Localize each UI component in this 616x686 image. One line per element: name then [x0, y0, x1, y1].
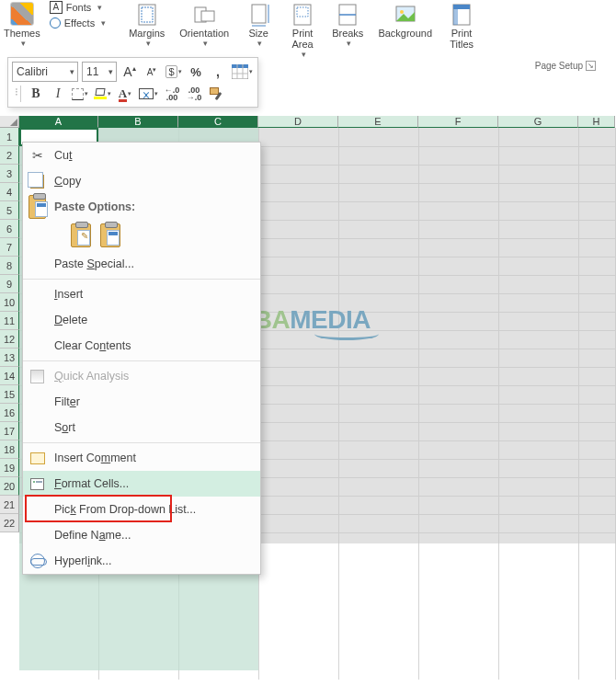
col-header-d[interactable]: D [258, 116, 338, 128]
size-label: Size [248, 28, 268, 39]
menu-quick-analysis: Quick Analysis [23, 363, 260, 389]
svg-rect-4 [252, 5, 266, 23]
breaks-button[interactable]: Breaks [325, 0, 371, 50]
row-header-12[interactable]: 12 [0, 330, 19, 349]
left-edge-marker: ⁝ [12, 86, 21, 102]
size-button[interactable]: Size [236, 0, 280, 50]
comment-icon [29, 450, 46, 467]
row-header-17[interactable]: 17 [0, 422, 19, 440]
row-header-5[interactable]: 5 [0, 201, 19, 220]
percent-icon: % [190, 65, 201, 79]
row-header-18[interactable]: 18 [0, 440, 19, 459]
menu-cut[interactable]: ✂ Cut [23, 143, 260, 168]
row-header-21[interactable]: 21 [0, 496, 19, 514]
menu-clear-contents[interactable]: Clear Contents [23, 333, 260, 359]
menu-sort[interactable]: Sort [23, 415, 260, 440]
menu-copy[interactable]: Copy [23, 168, 260, 194]
row-header-10[interactable]: 10 [0, 293, 19, 312]
paste-option-keep-formatting[interactable] [71, 223, 91, 247]
themes-button[interactable]: Themes [2, 0, 46, 48]
row-header-1[interactable]: 1 [0, 128, 19, 146]
font-color-button[interactable]: A [116, 85, 134, 103]
row-header-20[interactable]: 20 [0, 477, 19, 496]
svg-rect-3 [201, 11, 214, 21]
menu-pick-from-list[interactable]: Pick From Drop-down List... [23, 497, 260, 522]
menu-hyperlink[interactable]: Hyperlink... [23, 548, 260, 574]
row-header-2[interactable]: 2 [0, 146, 19, 165]
font-name-combo[interactable]: Calibri [12, 62, 78, 82]
percent-button[interactable]: % [187, 63, 205, 81]
menu-filter[interactable]: Filter [23, 389, 260, 415]
col-header-g[interactable]: G [498, 116, 578, 128]
bold-button[interactable]: B [27, 85, 45, 103]
merge-center-button[interactable] [138, 85, 159, 103]
context-menu: ✂ Cut Copy Paste Options: Paste Special.… [22, 142, 261, 575]
row-header-8[interactable]: 8 [0, 257, 19, 275]
fonts-theme-button[interactable]: A Fonts [46, 0, 109, 15]
svg-point-12 [400, 10, 404, 14]
borders-button[interactable] [71, 85, 89, 103]
row-header-3[interactable]: 3 [0, 165, 19, 183]
format-painter-button[interactable] [207, 85, 225, 103]
row-header-6[interactable]: 6 [0, 220, 19, 238]
grow-font-button[interactable]: A▴ [120, 63, 139, 81]
accounting-format-button[interactable]: $ [165, 63, 183, 81]
print-area-label: PrintArea [292, 28, 314, 50]
decrease-decimal-button[interactable]: .00→.0 [185, 85, 203, 103]
row-header-13[interactable]: 13 [0, 349, 19, 367]
background-button[interactable]: Background [371, 0, 439, 40]
row-header-11[interactable]: 11 [0, 312, 19, 330]
orientation-button[interactable]: Orientation [172, 0, 236, 50]
fonts-icon: A [50, 1, 63, 14]
format-cells-icon [29, 475, 46, 493]
merge-icon [139, 88, 154, 99]
menu-paste-special[interactable]: Paste Special... [23, 251, 260, 277]
col-header-e[interactable]: E [338, 116, 418, 128]
font-size-combo[interactable]: 11 [82, 62, 117, 82]
menu-format-cells[interactable]: Format Cells... [23, 471, 260, 497]
col-header-f[interactable]: F [418, 116, 498, 128]
row-header-14[interactable]: 14 [0, 367, 19, 385]
row-header-4[interactable]: 4 [0, 183, 19, 201]
comma-style-button[interactable]: , [209, 63, 227, 81]
margins-button[interactable]: Margins [121, 0, 172, 50]
paste-option-all[interactable] [100, 223, 120, 247]
copy-icon [29, 173, 46, 190]
row-header-19[interactable]: 19 [0, 459, 19, 477]
row-header-15[interactable]: 15 [0, 385, 19, 404]
fill-color-button[interactable] [93, 85, 112, 103]
row-header-16[interactable]: 16 [0, 404, 19, 422]
size-icon [245, 2, 271, 28]
menu-delete[interactable]: Delete [23, 307, 260, 333]
col-header-a[interactable]: A [19, 116, 98, 128]
effects-theme-button[interactable]: Effects [46, 17, 109, 29]
format-as-table-button[interactable] [231, 63, 254, 81]
menu-insert[interactable]: Insert [23, 281, 260, 307]
quick-analysis-icon [29, 368, 46, 385]
margins-label: Margins [129, 28, 165, 39]
col-header-h[interactable]: H [578, 116, 615, 128]
menu-define-name[interactable]: Define Name... [23, 522, 260, 548]
print-titles-button[interactable]: PrintTitles [439, 0, 484, 51]
row-header-7[interactable]: 7 [0, 238, 19, 257]
increase-decimal-button[interactable]: ←.0.00 [163, 85, 181, 103]
row-header-9[interactable]: 9 [0, 275, 19, 293]
print-titles-label: PrintTitles [450, 28, 473, 50]
fill-icon [94, 88, 107, 99]
orientation-label: Orientation [179, 28, 229, 39]
print-area-button[interactable]: PrintArea [280, 0, 325, 61]
row-header-22[interactable]: 22 [0, 514, 19, 532]
col-header-c[interactable]: C [178, 116, 258, 128]
shrink-font-button[interactable]: A▾ [143, 63, 161, 81]
italic-button[interactable]: I [49, 85, 67, 103]
borders-icon [72, 88, 84, 100]
comma-icon: , [216, 64, 220, 79]
select-all-corner[interactable] [0, 116, 19, 128]
themes-label: Themes [4, 28, 40, 39]
col-header-b[interactable]: B [98, 116, 178, 128]
page-setup-dialog-launcher[interactable]: ↘ [586, 61, 596, 71]
themes-icon [10, 2, 34, 26]
grow-font-icon: A▴ [123, 64, 135, 79]
table-icon [232, 64, 248, 79]
menu-insert-comment[interactable]: Insert Comment [23, 445, 260, 471]
